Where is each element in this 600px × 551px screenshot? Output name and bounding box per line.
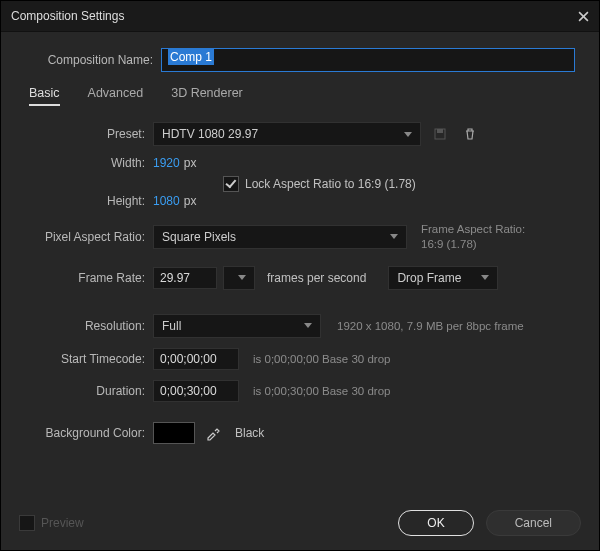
svg-rect-1 [437, 129, 443, 133]
resolution-value: Full [162, 319, 181, 333]
par-dropdown[interactable]: Square Pixels [153, 225, 407, 249]
tab-basic[interactable]: Basic [29, 86, 60, 106]
ok-button[interactable]: OK [398, 510, 473, 536]
start-tc-hint: is 0;00;00;00 Base 30 drop [253, 353, 390, 365]
duration-label: Duration: [25, 384, 153, 398]
fps-input[interactable] [153, 267, 217, 289]
drop-frame-dropdown[interactable]: Drop Frame [388, 266, 498, 290]
titlebar: Composition Settings [1, 1, 599, 32]
chevron-down-icon [404, 132, 412, 137]
cancel-button[interactable]: Cancel [486, 510, 581, 536]
chevron-down-icon [481, 275, 489, 280]
footer: Preview OK Cancel [1, 510, 599, 536]
tab-3d-renderer[interactable]: 3D Renderer [171, 86, 243, 106]
drop-frame-value: Drop Frame [397, 271, 461, 285]
resolution-label: Resolution: [25, 319, 153, 333]
tabs: Basic Advanced 3D Renderer [29, 86, 575, 106]
preset-dropdown[interactable]: HDTV 1080 29.97 [153, 122, 421, 146]
trash-icon[interactable] [459, 123, 481, 145]
fps-suffix: frames per second [267, 271, 366, 285]
width-label: Width: [25, 156, 153, 170]
chevron-down-icon [238, 275, 246, 280]
frame-aspect-hint: Frame Aspect Ratio: 16:9 (1.78) [421, 222, 525, 252]
chevron-down-icon [304, 323, 312, 328]
preset-label: Preset: [25, 127, 153, 141]
save-preset-icon[interactable] [429, 123, 451, 145]
comp-name-value: Comp 1 [168, 49, 214, 65]
duration-input[interactable] [153, 380, 239, 402]
start-tc-input[interactable] [153, 348, 239, 370]
tab-advanced[interactable]: Advanced [88, 86, 144, 106]
width-value[interactable]: 1920 [153, 156, 180, 170]
bg-color-swatch[interactable] [153, 422, 195, 444]
preview-label: Preview [41, 516, 84, 530]
window-title: Composition Settings [11, 9, 124, 23]
comp-name-input[interactable]: Comp 1 [161, 48, 575, 72]
eyedropper-icon[interactable] [205, 425, 221, 441]
start-tc-label: Start Timecode: [25, 352, 153, 366]
fps-label: Frame Rate: [25, 271, 153, 285]
resolution-hint: 1920 x 1080, 7.9 MB per 8bpc frame [337, 320, 524, 332]
par-value: Square Pixels [162, 230, 236, 244]
height-unit: px [184, 194, 197, 208]
composition-settings-dialog: Composition Settings Composition Name: C… [0, 0, 600, 551]
preset-value: HDTV 1080 29.97 [162, 127, 258, 141]
resolution-dropdown[interactable]: Full [153, 314, 321, 338]
height-value[interactable]: 1080 [153, 194, 180, 208]
chevron-down-icon [390, 234, 398, 239]
preview-checkbox [19, 515, 35, 531]
bg-color-name: Black [235, 426, 264, 440]
lock-aspect-label: Lock Aspect Ratio to 16:9 (1.78) [245, 177, 416, 191]
comp-name-label: Composition Name: [17, 53, 161, 67]
width-unit: px [184, 156, 197, 170]
bg-label: Background Color: [25, 426, 153, 440]
fps-dropdown[interactable] [223, 266, 255, 290]
par-label: Pixel Aspect Ratio: [25, 230, 153, 244]
duration-hint: is 0;00;30;00 Base 30 drop [253, 385, 390, 397]
height-label: Height: [25, 194, 153, 208]
close-icon[interactable] [578, 11, 589, 22]
lock-aspect-checkbox[interactable] [223, 176, 239, 192]
